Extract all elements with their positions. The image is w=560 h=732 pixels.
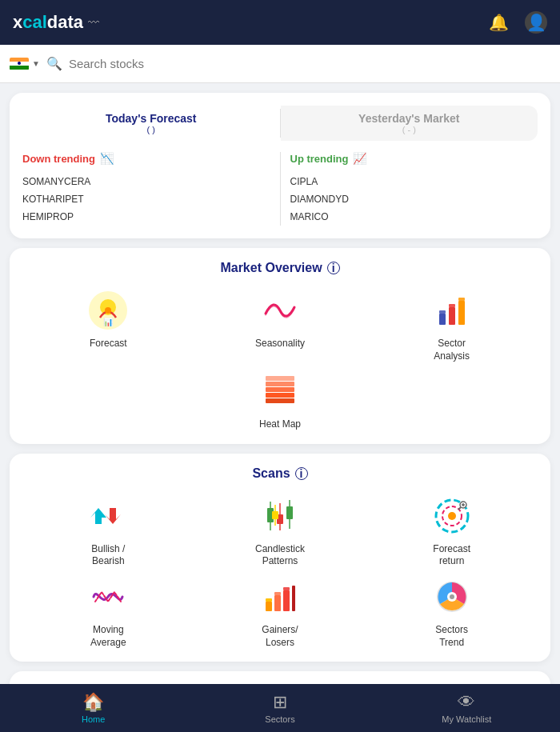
svg-rect-36 <box>266 598 272 602</box>
down-trend-col: Down trending 📉 SOMANYCERA KOTHARIPET HE… <box>22 152 270 226</box>
gainers-losers-item[interactable]: Gainers/Losers <box>244 574 316 649</box>
nav-sectors-label: Sectors <box>265 714 294 724</box>
bell-icon[interactable]: 🔔 <box>489 13 509 32</box>
seasonality-icon <box>258 288 302 333</box>
svg-rect-11 <box>266 387 294 392</box>
svg-rect-38 <box>283 587 290 590</box>
heatmap-item[interactable]: Heat Map <box>244 369 316 431</box>
moving-average-item[interactable]: MovingAverage <box>72 574 144 649</box>
up-item-2[interactable]: DIAMONDYD <box>290 190 538 208</box>
svg-rect-35 <box>292 586 295 611</box>
bullish-bearish-item[interactable]: Bullish /Bearish <box>72 494 144 568</box>
svg-point-27 <box>448 512 456 520</box>
scans-row-2: MovingAverage <box>22 574 538 649</box>
svg-rect-4 <box>439 314 446 325</box>
svg-rect-5 <box>449 307 455 325</box>
forecast-tabs: Today's Forecast ( ) Yesterday's Market … <box>22 106 538 141</box>
market-overview-title: Market Overview i <box>22 261 538 275</box>
tools-card: Tools <box>10 671 550 684</box>
down-trend-header: Down trending 📉 <box>22 152 270 165</box>
nav-watchlist[interactable]: 👁 My Watchlist <box>374 692 560 724</box>
today-forecast-tab[interactable]: Today's Forecast ( ) <box>22 106 280 141</box>
india-flag <box>10 58 29 70</box>
logo: xcaldata 〰 <box>13 12 99 33</box>
forecast-icon: 📊 <box>86 288 130 333</box>
country-selector[interactable]: ▼ <box>10 58 40 70</box>
svg-marker-16 <box>105 508 121 524</box>
forecast-label: Forecast <box>90 338 127 350</box>
seasonality-label: Seasonality <box>255 338 305 350</box>
sectors-trend-icon <box>430 574 474 619</box>
nav-home[interactable]: 🏠 Home <box>0 692 186 724</box>
bullish-bearish-label: Bullish /Bearish <box>91 543 125 568</box>
market-overview-info-icon[interactable]: i <box>327 262 340 274</box>
up-trending-label: Up trending <box>290 153 349 165</box>
user-icon[interactable]: 👤 <box>525 11 547 34</box>
yesterday-tab-sub: ( - ) <box>284 125 535 134</box>
home-icon: 🏠 <box>82 692 104 713</box>
nav-sectors[interactable]: ⊞ Sectors <box>186 692 373 724</box>
market-overview-row-1: 📊 Forecast Seasonality <box>22 288 538 362</box>
yesterday-market-tab[interactable]: Yesterday's Market ( - ) <box>281 106 538 141</box>
down-item-1[interactable]: SOMANYCERA <box>22 173 270 190</box>
svg-rect-33 <box>274 595 281 611</box>
scans-row-1: Bullish /Bearish <box>22 494 538 568</box>
down-item-2[interactable]: KOTHARIPET <box>22 190 270 208</box>
scans-card: Scans i Bullish /Bearish <box>10 454 550 662</box>
svg-rect-14 <box>266 398 294 403</box>
candlestick-label: CandlestickPatterns <box>255 543 305 568</box>
search-icon: 🔍 <box>46 56 62 71</box>
svg-point-41 <box>450 594 454 599</box>
svg-rect-8 <box>449 304 455 307</box>
up-arrow-icon: 📈 <box>353 152 366 165</box>
candlestick-icon <box>258 494 302 538</box>
forecast-return-item[interactable]: Forecastreturn <box>416 494 488 568</box>
yesterday-tab-title: Yesterday's Market <box>284 112 535 125</box>
svg-marker-15 <box>90 508 106 524</box>
search-input[interactable] <box>69 57 550 70</box>
svg-text:📊: 📊 <box>103 317 114 327</box>
svg-rect-32 <box>266 602 272 611</box>
up-item-1[interactable]: CIPLA <box>290 173 538 190</box>
search-bar: ▼ 🔍 <box>0 45 560 83</box>
up-trend-col: Up trending 📈 CIPLA DIAMONDYD MARICO <box>290 152 538 226</box>
header-icons: 🔔 👤 <box>489 11 547 34</box>
candlestick-item[interactable]: CandlestickPatterns <box>244 494 316 568</box>
sectors-icon: ⊞ <box>273 692 287 713</box>
seasonality-item[interactable]: Seasonality <box>244 288 316 362</box>
logo-squiggle-icon: 〰 <box>88 16 99 29</box>
svg-rect-24 <box>272 511 278 519</box>
sector-analysis-label: SectorAnalysis <box>434 338 470 362</box>
svg-rect-12 <box>266 382 294 386</box>
down-arrow-icon: 📉 <box>100 152 114 165</box>
forecast-item[interactable]: 📊 Forecast <box>72 288 144 362</box>
scans-info-icon[interactable]: i <box>295 467 308 480</box>
svg-rect-34 <box>283 590 290 611</box>
sector-analysis-icon <box>430 288 474 333</box>
watchlist-icon: 👁 <box>458 692 475 713</box>
svg-rect-13 <box>266 376 294 381</box>
nav-home-label: Home <box>82 714 105 724</box>
moving-average-label: MovingAverage <box>90 624 126 649</box>
main-content: Today's Forecast ( ) Yesterday's Market … <box>0 83 560 684</box>
sectors-trend-item[interactable]: SectorsTrend <box>416 574 488 649</box>
today-tab-sub: ( ) <box>26 125 277 134</box>
market-overview-card: Market Overview i 📊 Foreca <box>10 248 550 444</box>
nav-watchlist-label: My Watchlist <box>442 714 491 724</box>
forecast-card: Today's Forecast ( ) Yesterday's Market … <box>10 93 550 238</box>
down-item-3[interactable]: HEMIPROP <box>22 208 270 226</box>
sectors-trend-label: SectorsTrend <box>435 624 468 649</box>
up-item-3[interactable]: MARICO <box>290 208 538 226</box>
market-overview-row-2: Heat Map <box>22 369 538 431</box>
sector-analysis-item[interactable]: SectorAnalysis <box>416 288 488 362</box>
down-trending-label: Down trending <box>22 153 95 165</box>
heatmap-label: Heat Map <box>259 418 301 431</box>
svg-point-2 <box>105 307 111 314</box>
svg-rect-37 <box>274 592 281 595</box>
heatmap-icon <box>258 369 302 414</box>
moving-average-icon <box>86 574 130 619</box>
up-trend-header: Up trending 📈 <box>290 152 538 165</box>
trend-section: Down trending 📉 SOMANYCERA KOTHARIPET HE… <box>22 152 538 226</box>
bullish-bearish-icon <box>86 494 130 538</box>
forecast-return-label: Forecastreturn <box>433 543 470 568</box>
